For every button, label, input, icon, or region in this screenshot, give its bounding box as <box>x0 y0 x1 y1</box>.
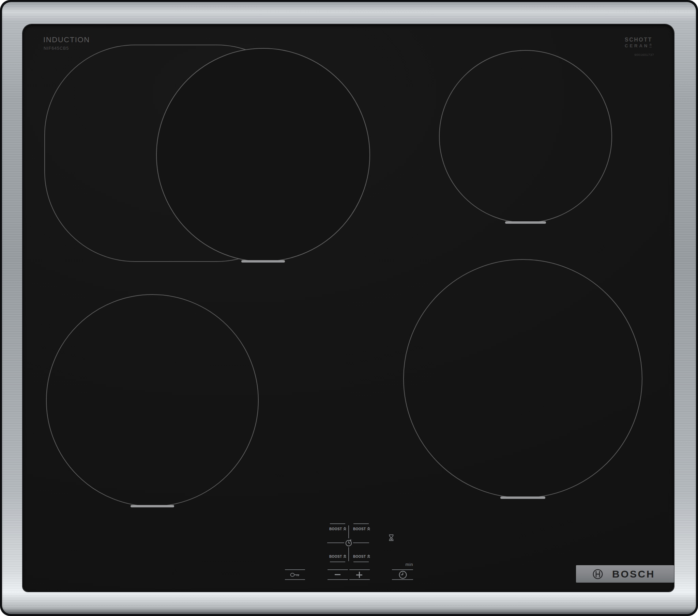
schott-ceran-logo: SCHOTT CERAN ® 9001601737 <box>625 37 654 57</box>
ceramic-glass-surface <box>23 25 674 591</box>
timer-button[interactable] <box>398 570 408 579</box>
bosch-wordmark: BOSCH <box>612 568 655 580</box>
boost-button-front-left[interactable]: BOOST <box>329 527 346 531</box>
plus-button-line <box>349 569 370 570</box>
schott-line: SCHOTT <box>625 37 654 43</box>
zone-select-line[interactable] <box>330 524 345 524</box>
boost-button-front-right[interactable]: BOOST <box>353 527 370 531</box>
plus-button[interactable] <box>359 572 360 578</box>
hob-outer-edge: INDUCTION NIF645CB5 SCHOTT CERAN ® 90016… <box>0 0 698 616</box>
model-number: NIF645CB5 <box>44 46 69 51</box>
zone-select-line[interactable] <box>330 561 345 562</box>
zone-select-line[interactable] <box>353 524 369 524</box>
induction-label: INDUCTION <box>43 35 90 44</box>
timer-hourglass-indicator <box>389 534 394 541</box>
plus-button-line <box>349 579 370 580</box>
ceran-line: CERAN ® <box>625 43 654 48</box>
hob-photo: INDUCTION NIF645CB5 SCHOTT CERAN ® 90016… <box>0 0 698 616</box>
clock-arrow-icon <box>344 539 353 547</box>
double-chevron-up-icon <box>367 527 370 531</box>
child-lock-button[interactable] <box>290 571 301 578</box>
zone-select-line[interactable] <box>353 561 369 562</box>
bosch-badge: BOSCH <box>576 565 674 583</box>
registered-mark: ® <box>649 43 652 47</box>
child-lock-line <box>285 569 305 570</box>
clock-icon <box>398 570 408 579</box>
zone-timer-selector[interactable] <box>344 539 353 547</box>
print-serial-number: 9001601737 <box>625 53 654 57</box>
minus-button-line <box>327 569 348 570</box>
minus-button-line <box>327 579 348 580</box>
child-lock-line <box>285 579 305 580</box>
timer-min-label: min <box>395 562 413 567</box>
double-chevron-up-icon <box>343 554 346 558</box>
double-chevron-up-icon <box>343 527 346 531</box>
boost-button-rear-left[interactable]: BOOST <box>329 554 346 559</box>
boost-button-rear-right[interactable]: BOOST <box>353 554 370 559</box>
key-icon <box>290 571 301 578</box>
bosch-anchor-logo-icon <box>592 568 604 580</box>
minus-button[interactable] <box>335 574 340 575</box>
hourglass-icon <box>389 534 394 541</box>
double-chevron-up-icon <box>367 554 370 558</box>
